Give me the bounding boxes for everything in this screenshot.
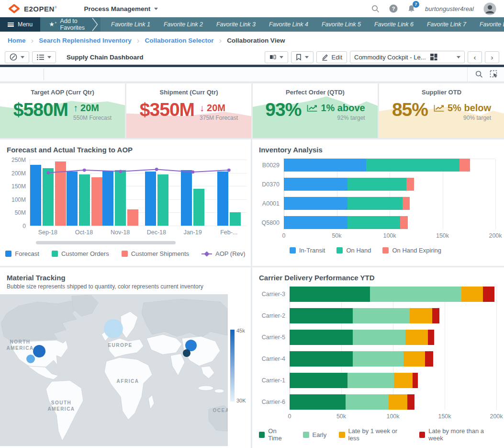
table-row: Carrier-2: [259, 308, 496, 323]
bookmark-dropdown-button[interactable]: [291, 51, 314, 63]
bar-segment-on-time: [290, 373, 347, 388]
favorite-link[interactable]: Favorite Link 3: [210, 21, 262, 28]
favorite-link[interactable]: Favorite Link 5: [315, 21, 368, 28]
legend-item[interactable]: Customer Orders: [52, 250, 109, 257]
edit-button[interactable]: Edit: [316, 51, 347, 63]
avatar[interactable]: [483, 2, 496, 15]
legend-item[interactable]: Forecast: [5, 250, 39, 257]
bar-group: [175, 160, 211, 226]
bar-segment-on-hand: [347, 197, 403, 210]
kpi-main: 93%1% above92% target: [253, 100, 378, 121]
stacked-bar: [290, 351, 496, 367]
x-axis-labels: Sep-18Oct-18Nov-18Dec-18Jan-19Feb-...: [30, 229, 247, 236]
chevron-down-icon: [280, 56, 283, 58]
dashboard-grid-icon: [430, 54, 437, 60]
map-region-label: AMERICA: [6, 345, 34, 351]
chart-search-icon[interactable]: [475, 70, 483, 78]
legend-item[interactable]: AOP (Rev): [202, 250, 246, 257]
stacked-bar: [290, 330, 496, 345]
filter-row: [0, 67, 504, 82]
table-row: A0001: [259, 197, 495, 210]
search-icon[interactable]: [371, 5, 380, 13]
marquee-select-icon[interactable]: [490, 70, 498, 79]
map-region-label: AMERICA: [47, 406, 75, 412]
legend-item[interactable]: Customer Shipments: [122, 250, 189, 257]
legend-swatch: [336, 247, 343, 253]
bar-customer-shipments: [55, 161, 66, 226]
favorite-link[interactable]: Favorite Link 6: [368, 21, 420, 28]
favorite-link[interactable]: Favorite Link 2: [157, 21, 210, 28]
star-plus-icon: ★+: [49, 21, 56, 27]
row-label: Carrier-3: [259, 291, 290, 298]
previous-button[interactable]: ‹: [468, 51, 482, 63]
kpi-subtext: 90% target: [463, 115, 491, 121]
y-axis-tick-label: 0: [6, 223, 26, 230]
legend-label: Customer Orders: [61, 250, 109, 257]
next-button[interactable]: ›: [485, 51, 499, 63]
forecast-chart-card: Forecast and Actual Tracking to AOP 250M…: [0, 139, 251, 266]
x-axis-tick-label: 50k: [336, 413, 346, 420]
breadcrumb-separator-icon: ›: [137, 36, 140, 45]
breadcrumb: Home›Search Replenished Inventory›Collab…: [0, 32, 504, 49]
legend-item[interactable]: On Hand Expiring: [382, 247, 441, 254]
bar-segment-late-by-more-than-a-week: [413, 373, 418, 388]
favorite-link[interactable]: Favorite Link 1: [104, 21, 157, 28]
help-icon[interactable]: ?: [389, 4, 398, 13]
stacked-bar: [284, 216, 495, 229]
page-title: Supply Chain Dashboard: [67, 54, 144, 61]
favorite-link[interactable]: Favorite Link 4: [262, 21, 315, 28]
view-selector-dropdown[interactable]: Commodity Cockpit - Le...: [350, 51, 465, 63]
kpi-row: Target AOP (Curr Qtr)$580M↑20M550M Forec…: [0, 83, 504, 138]
reg-mark: ®: [55, 6, 57, 9]
chart-title: Inventory Analysis: [252, 139, 504, 154]
row-label: Carrier-6: [259, 399, 290, 405]
map-region-label: EUROPE: [108, 343, 132, 348]
legend-item[interactable]: On Time: [259, 427, 291, 442]
breadcrumb-item[interactable]: Search Replenished Inventory: [39, 37, 132, 44]
kpi-main: $580M↑20M550M Forecast: [0, 100, 125, 121]
legend-item[interactable]: In-Transit: [290, 247, 325, 254]
kpi-card: Shipment (Curr Qtr)$350M↓20M375M Forecas…: [126, 83, 251, 138]
favorite-links: Favorite Link 1Favorite Link 2Favorite L…: [104, 17, 504, 32]
chevron-down-icon: [305, 56, 309, 58]
legend-swatch: [290, 247, 296, 253]
username[interactable]: burtonguster4real: [425, 5, 474, 12]
bar-forecast: [30, 165, 41, 226]
e2open-logo-icon: [8, 3, 21, 14]
chart-scrollbar[interactable]: [36, 241, 176, 244]
legend-swatch: [382, 247, 389, 253]
view-mode-dropdown-button[interactable]: [265, 51, 288, 63]
legend-item[interactable]: Late by more than a week: [419, 427, 496, 442]
add-to-favorites-button[interactable]: ★+ Add to Favorites: [40, 17, 91, 32]
kpi-delta-text: 5% below: [448, 103, 491, 114]
menu-button[interactable]: Menu: [0, 17, 40, 32]
view-selector-value: Commodity Cockpit - Le...: [354, 54, 426, 61]
notifications-bell-icon[interactable]: 7: [407, 4, 415, 13]
favorite-link[interactable]: Favorite Link 8: [473, 21, 504, 28]
kpi-value: 93%: [265, 100, 301, 120]
material-tracking-card: Material Tracking Bubble size represents…: [0, 267, 251, 448]
kpi-title: Shipment (Curr Qtr): [126, 89, 251, 96]
bar-forecast: [145, 172, 156, 226]
table-row: B0029: [259, 159, 495, 172]
chart-title: Material Tracking: [0, 267, 251, 282]
favorite-link[interactable]: Favorite Link 7: [420, 21, 473, 28]
bar-segment-in-transit: [284, 178, 347, 191]
list-dropdown-button[interactable]: [32, 51, 56, 63]
stacked-bar: [290, 373, 496, 388]
app-selector[interactable]: Process Management: [84, 5, 158, 12]
world-map: NORTHAMERICAEUROPEAFRICASOUTHAMERICAOCEA…: [0, 294, 251, 448]
legend-item[interactable]: Late by 1 week or less: [339, 427, 407, 442]
kpi-value: $580M: [13, 100, 68, 120]
bar-segment-early: [353, 351, 403, 367]
y-axis-tick-label: 50M: [6, 209, 26, 216]
trend-line-icon: [433, 104, 445, 113]
legend-item[interactable]: Early: [303, 431, 327, 438]
brand-logo[interactable]: E2OPEN®: [8, 3, 57, 14]
legend-label: Early: [313, 431, 327, 438]
compass-dropdown-button[interactable]: [5, 51, 29, 63]
breadcrumb-item[interactable]: Home: [8, 37, 26, 44]
legend-swatch: [52, 251, 58, 257]
legend-item[interactable]: On Hand: [336, 247, 371, 254]
breadcrumb-item[interactable]: Collaboration Selector: [145, 37, 213, 44]
